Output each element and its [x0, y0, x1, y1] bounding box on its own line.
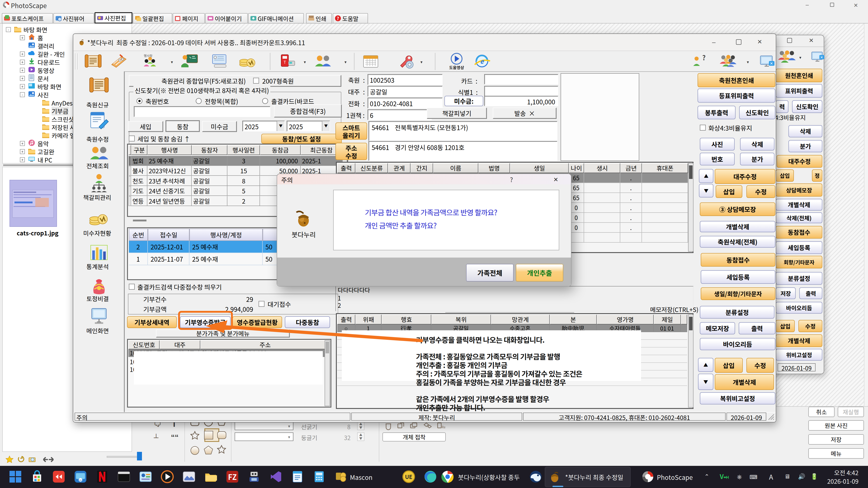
svg-text:✕: ✕	[770, 60, 773, 66]
svg-text:T: T	[284, 59, 286, 65]
svg-text:UE: UE	[405, 473, 412, 481]
svg-text:in: in	[79, 478, 82, 482]
svg-text:Re: Re	[442, 425, 445, 429]
svg-text:행사장: 행사장	[144, 53, 153, 58]
svg-text:✕: ✕	[820, 55, 823, 59]
svg-text:도움영상: 도움영상	[449, 64, 464, 70]
svg-text:FZ: FZ	[228, 471, 237, 482]
svg-text:e: e	[480, 57, 484, 66]
svg-text:?: ?	[702, 53, 706, 62]
svg-text:?: ?	[337, 15, 339, 22]
